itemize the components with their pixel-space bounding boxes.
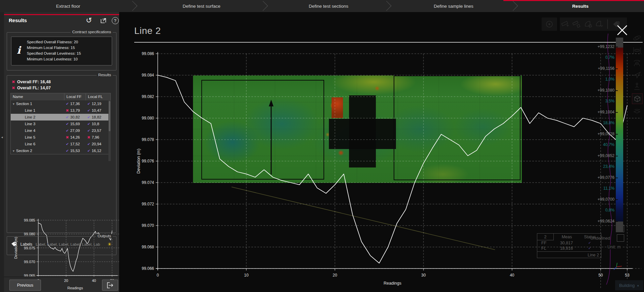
colorbar-percent-label: 18,8% [591, 120, 614, 125]
app-window: Extract floor Define test surface Define… [0, 0, 644, 292]
turntable-view-icon[interactable] [632, 106, 642, 116]
panel-title: Results [9, 17, 27, 23]
colorbar-value-label: +99,1156 [591, 66, 614, 71]
toolbar-divider [607, 19, 608, 29]
measure-angle-icon[interactable] [583, 19, 593, 29]
look-around-icon[interactable] [632, 58, 642, 68]
checkbox-undefined[interactable] [617, 234, 624, 242]
active-step-indicator [503, 0, 644, 1]
fail-icon: ✖ [12, 80, 15, 84]
cube-view-icon[interactable] [632, 93, 643, 104]
point-select-icon[interactable] [545, 19, 554, 29]
wizard-step-define-sample-lines[interactable]: Define sample lines [390, 0, 517, 12]
pass-icon: ✔ [87, 120, 90, 127]
svg-text:99.082: 99.082 [142, 94, 154, 99]
deviation-chart: 99.08699.08499.08299.08099.07899.07699.0… [119, 12, 644, 292]
table-row[interactable]: ▾Section 2✔15,53✔16,12 [11, 147, 110, 154]
table-row[interactable]: Line 4✔27,09✔23,57 [11, 127, 110, 134]
close-chart-icon[interactable] [616, 25, 628, 36]
overall-ff: ✖Overall FF: 16,48 [12, 80, 51, 84]
pass-icon: ✔ [66, 114, 69, 120]
expand-chevron-icon[interactable]: ▾ [13, 102, 14, 106]
row-fl: ✔23,57 [86, 127, 107, 134]
fail-icon: ✖ [87, 134, 90, 141]
collapse-panel-arrow-icon[interactable]: ◂ [0, 134, 4, 140]
spec-overall-flatness: Specified Overall Flatness: 20 [27, 39, 78, 45]
export-report-button[interactable] [102, 280, 118, 291]
colorbar-percent-label: 3,5% [591, 99, 614, 103]
labels-title: Labels [20, 242, 32, 247]
row-name: ▾Section 2 [11, 147, 64, 154]
svg-text:40: 40 [510, 273, 514, 278]
col-local-ff[interactable]: Local FF [64, 93, 86, 100]
colorbar-percent-label: 40,7% [591, 142, 614, 147]
row-fl: ✔16,12 [86, 147, 107, 154]
wizard-step-define-test-surface[interactable]: Define test surface [136, 0, 267, 12]
row-ff: ✔27,09 [64, 127, 86, 134]
history-icon[interactable]: ↺ [85, 16, 93, 25]
colorbar-percent-label: 11,1% [591, 186, 614, 191]
wizard-step-label: Define sample lines [434, 4, 474, 9]
row-fl: ✖7,96 [86, 134, 107, 141]
col-name[interactable]: Name [11, 93, 64, 100]
group-legend: Results [97, 73, 113, 77]
colorbar-tick [616, 134, 618, 135]
wizard-step-label: Extract floor [56, 4, 80, 9]
row-fl: ✔10,8 [86, 120, 107, 127]
labels-output-row[interactable]: Labels Label, Label, Label, Label, Label… [11, 241, 112, 247]
measure-profile-icon[interactable] [595, 19, 604, 29]
col-local-fl[interactable]: Local FL [86, 93, 107, 100]
lightbulb-icon[interactable]: ☀ [107, 241, 112, 247]
spec-local-flatness: Minimum Local Flatness: 15 [27, 45, 75, 51]
svg-text:20: 20 [333, 273, 337, 278]
row-fl: ✔12,19 [86, 100, 107, 107]
svg-text:99.076: 99.076 [142, 159, 154, 163]
group-legend: Contract specifications [70, 30, 113, 34]
svg-text:40: 40 [92, 279, 96, 283]
table-scrollbar[interactable] [108, 100, 111, 161]
add-measurement-icon[interactable] [560, 19, 570, 29]
pass-icon: ✔ [87, 100, 90, 107]
labels-value: Label, Label, Label, Label, Label, Lab [36, 242, 104, 246]
results-group: Results ✖Overall FF: 16,48 ✖Overall FL: … [7, 75, 116, 233]
table-row[interactable]: Line 6✔17,52✔20,94 [11, 141, 110, 147]
colorbar-tick [616, 90, 618, 91]
colorbar-tick [616, 221, 618, 222]
constrained-orbit-icon[interactable] [632, 45, 642, 55]
overall-fl: ✖Overall FL: 14,07 [12, 86, 51, 90]
wizard-step-define-test-sections[interactable]: Define test sections [267, 0, 390, 12]
pass-icon: ✔ [87, 114, 90, 120]
svg-text:0: 0 [157, 273, 159, 278]
colorbar-value-label: +99,1080 [591, 88, 614, 93]
table-row[interactable]: Line 1✖13,79✔10,47 [11, 107, 110, 114]
svg-text:99.080: 99.080 [24, 232, 35, 236]
colorbar-value-label: +99,0700 [591, 197, 614, 202]
table-row[interactable]: Line 3✔15,69✔10,8 [11, 120, 110, 127]
wizard-step-extract-floor[interactable]: Extract floor [0, 0, 136, 12]
orbit-view-icon[interactable] [632, 33, 642, 43]
previous-button[interactable]: Previous [9, 280, 41, 291]
svg-text:99.078: 99.078 [142, 137, 154, 142]
open-external-icon[interactable] [99, 16, 108, 25]
table-row[interactable]: Line 5✖14,26✖7,96 [11, 134, 110, 141]
svg-text:99.068: 99.068 [142, 245, 154, 249]
svg-text:10: 10 [244, 273, 249, 278]
expand-chevron-icon[interactable]: ▾ [13, 149, 14, 153]
walk-view-icon[interactable] [632, 82, 642, 92]
building-selector[interactable]: Building ▲ [615, 280, 643, 290]
fail-icon: ✖ [66, 107, 69, 114]
panel-accent-bar [4, 14, 119, 15]
fail-icon: ✖ [12, 86, 15, 90]
help-icon[interactable]: ? [111, 16, 119, 25]
fly-view-icon[interactable] [632, 70, 642, 80]
exit-icon [107, 282, 113, 288]
table-row[interactable]: Line 2✔30,82✔18,82 [11, 114, 110, 120]
building-label: Building [619, 283, 635, 288]
colorbar-percent-label: 0,7% [591, 55, 614, 60]
measure-distance-icon[interactable] [572, 19, 581, 29]
row-ff: ✔15,53 [64, 147, 86, 154]
colorbar-tick [616, 156, 618, 156]
scrollbar-thumb[interactable] [109, 101, 110, 131]
table-row[interactable]: ▾Section 1✔17,36✔12,19 [11, 100, 110, 107]
wizard-step-results[interactable]: Results [517, 0, 644, 12]
